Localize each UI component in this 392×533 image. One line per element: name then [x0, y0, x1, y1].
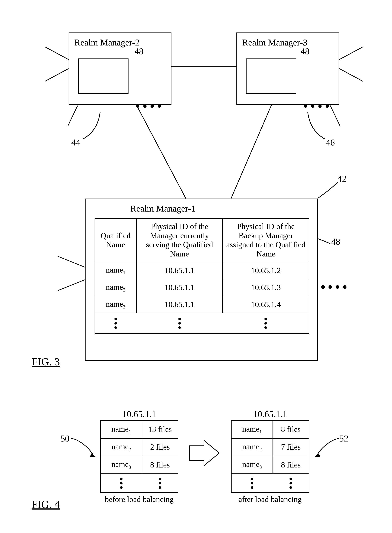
svg-line-3: [339, 47, 363, 60]
realm-manager-2-box: Realm Manager-2: [69, 33, 172, 105]
svg-line-4: [339, 69, 363, 81]
realm-manager-3-box: Realm Manager-3: [236, 33, 339, 105]
before-table: name113 files name22 files name38 files: [100, 420, 178, 493]
after-caption: after load balancing: [231, 495, 309, 504]
svg-line-2: [68, 106, 78, 126]
table-row: name38 files: [101, 456, 178, 474]
table-row: name22 files: [101, 438, 178, 456]
after-ref: 52: [339, 433, 348, 444]
rm1-col2: Physical ID of the Manager currently ser…: [136, 219, 223, 262]
svg-point-15: [336, 285, 339, 289]
realm-manager-1-box: Realm Manager-1 Qualified Name Physical …: [85, 199, 318, 361]
rm2-inner-box: [78, 58, 129, 94]
svg-line-7: [136, 105, 186, 199]
table-row: name2 10.65.1.1 10.65.1.3: [95, 279, 309, 296]
table-row: name113 files: [101, 421, 178, 438]
rm1-col3: Physical ID of the Backup Manager assign…: [223, 219, 309, 262]
table-row: name18 files: [231, 421, 309, 438]
rm3-title: Realm Manager-3: [242, 37, 339, 48]
svg-line-9: [58, 256, 85, 267]
rm3-inner-ref: 48: [300, 46, 309, 56]
rm1-ref: 42: [337, 173, 346, 184]
rm1-table-ref: 48: [331, 236, 340, 247]
svg-line-10: [58, 280, 85, 291]
rm1-col1: Qualified Name: [95, 219, 136, 262]
rm1-table: Qualified Name Physical ID of the Manage…: [95, 218, 309, 334]
before-ip: 10.65.1.1: [100, 409, 178, 419]
svg-point-13: [321, 285, 325, 289]
before-block: 10.65.1.1 name113 files name22 files nam…: [100, 409, 178, 504]
fig4-label: FIG. 4: [32, 498, 60, 511]
svg-point-16: [343, 285, 346, 289]
rm2-inner-ref: 48: [135, 46, 144, 56]
rm3-inner-box: [246, 58, 296, 94]
rm1-title: Realm Manager-1: [130, 203, 317, 214]
svg-line-0: [45, 47, 69, 60]
before-caption: before load balancing: [100, 495, 178, 504]
rm2-title: Realm Manager-2: [74, 37, 171, 48]
before-ref: 50: [61, 433, 70, 444]
table-row: name1 10.65.1.1 10.65.1.2: [95, 262, 309, 279]
svg-point-14: [328, 285, 332, 289]
table-row: name38 files: [231, 456, 309, 474]
svg-line-1: [45, 69, 69, 81]
after-block: 10.65.1.1 name18 files name27 files name…: [231, 409, 309, 504]
svg-line-8: [231, 105, 272, 199]
table-row: name27 files: [231, 438, 309, 456]
table-row: name3 10.65.1.1 10.65.1.4: [95, 296, 309, 313]
svg-line-5: [330, 106, 340, 126]
after-table: name18 files name27 files name38 files: [231, 420, 309, 493]
rm2-ref: 44: [71, 137, 80, 148]
rm3-ref: 46: [326, 137, 335, 148]
after-ip: 10.65.1.1: [231, 409, 309, 419]
fig3-label: FIG. 3: [32, 355, 60, 368]
